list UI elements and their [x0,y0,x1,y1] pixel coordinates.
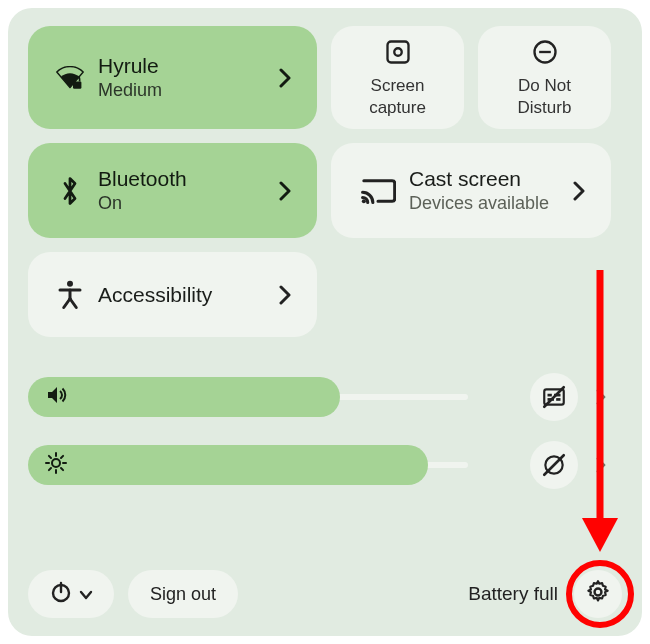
brightness-slider[interactable] [28,445,508,485]
screen-capture-icon [384,38,412,70]
wifi-title: Hyrule [98,54,271,78]
svg-line-25 [61,456,63,458]
screen-capture-tile[interactable]: Screen capture [331,26,464,129]
bluetooth-subtitle: On [98,193,271,214]
svg-line-9 [64,298,70,307]
svg-rect-0 [73,81,81,88]
chevron-right-icon[interactable] [271,285,299,305]
svg-marker-32 [582,518,618,552]
svg-rect-13 [556,398,560,401]
chevron-right-icon[interactable] [271,68,299,88]
wifi-icon [50,66,90,90]
cast-text: Cast screen Devices available [409,167,565,214]
accessibility-title: Accessibility [98,283,271,307]
bottom-row: Sign out Battery full [28,570,622,618]
chevron-right-icon[interactable] [565,181,593,201]
volume-slider[interactable] [28,377,508,417]
settings-button[interactable] [574,570,622,618]
cast-icon [353,176,403,206]
chevron-right-icon[interactable] [271,181,299,201]
dnd-label-2: Disturb [518,98,572,118]
accessibility-tile[interactable]: Accessibility [28,252,317,337]
row-3: Accessibility [28,252,622,337]
sign-out-button[interactable]: Sign out [128,570,238,618]
svg-point-30 [595,589,602,596]
bluetooth-icon [50,176,90,206]
bluetooth-text: Bluetooth On [98,167,271,214]
gear-icon [585,579,611,609]
dnd-tile[interactable]: Do Not Disturb [478,26,611,129]
sign-out-label: Sign out [150,584,216,605]
cast-title: Cast screen [409,167,565,191]
sliders-area [28,377,622,485]
power-menu-button[interactable] [28,570,114,618]
dnd-icon [531,38,559,70]
quick-settings-panel: Hyrule Medium Screen capture Do Not Dist… [8,8,642,636]
svg-line-23 [61,468,63,470]
svg-line-10 [70,298,76,307]
accessibility-icon [50,280,90,310]
accessibility-text: Accessibility [98,283,271,307]
power-icon [49,580,73,609]
battery-status: Battery full [468,583,558,605]
svg-point-5 [362,199,366,203]
wifi-text: Hyrule Medium [98,54,271,101]
cast-subtitle: Devices available [409,193,565,214]
volume-slider-row [28,377,622,417]
screen-capture-label-1: Screen [371,76,425,96]
dnd-label-1: Do Not [518,76,571,96]
svg-point-17 [52,459,60,467]
brightness-icon [44,451,68,479]
svg-point-6 [67,280,73,286]
chevron-down-icon [79,584,93,605]
row-1: Hyrule Medium Screen capture Do Not Dist… [28,26,622,129]
wifi-subtitle: Medium [98,80,271,101]
svg-line-22 [49,456,51,458]
captions-toggle-button[interactable] [530,373,578,421]
night-light-toggle-button[interactable] [530,441,578,489]
svg-rect-1 [387,41,408,62]
svg-rect-14 [548,394,552,397]
svg-line-24 [49,468,51,470]
brightness-slider-row [28,445,622,485]
volume-icon [44,383,68,411]
wifi-tile[interactable]: Hyrule Medium [28,26,317,129]
row-2: Bluetooth On Cast screen Devices availab… [28,143,622,238]
bluetooth-title: Bluetooth [98,167,271,191]
bluetooth-tile[interactable]: Bluetooth On [28,143,317,238]
screen-capture-label-2: capture [369,98,426,118]
svg-point-2 [394,48,401,55]
cast-tile[interactable]: Cast screen Devices available [331,143,611,238]
chevron-right-icon[interactable] [590,457,612,473]
chevron-right-icon[interactable] [590,389,612,405]
